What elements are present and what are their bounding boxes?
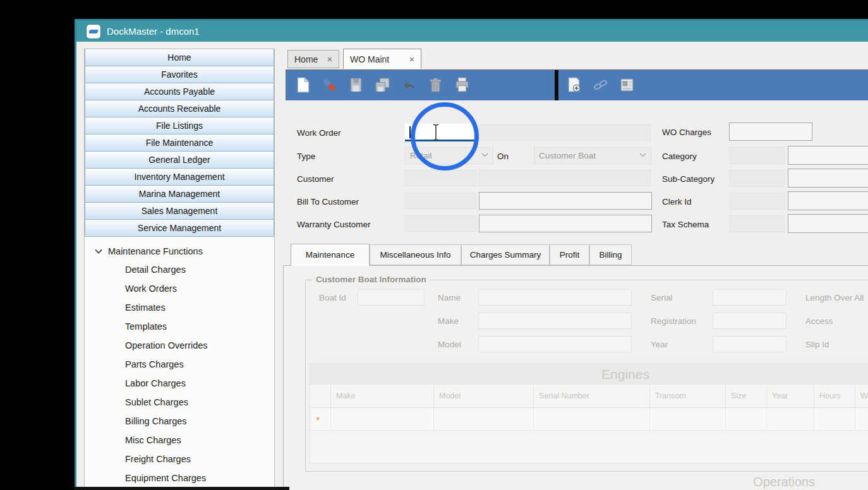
boat-registration-field bbox=[713, 313, 787, 329]
sidebar-item-accounts-payable[interactable]: Accounts Payable bbox=[85, 83, 274, 100]
tab-wo-maint[interactable]: WO Maint × bbox=[343, 49, 421, 69]
boat-make-label: Make bbox=[438, 316, 459, 326]
add-document-icon[interactable] bbox=[566, 77, 582, 93]
tax-schema-label: Tax Schema bbox=[662, 220, 709, 229]
boat-serial-label: Serial bbox=[651, 293, 673, 302]
row-selector-column bbox=[310, 385, 330, 407]
new-document-icon[interactable] bbox=[295, 77, 311, 93]
save-icon[interactable] bbox=[348, 77, 364, 93]
boat-name-label: Name bbox=[438, 293, 461, 302]
engines-grid: Engines Make Model Serial Number Transom… bbox=[310, 363, 868, 463]
title-bar: DockMaster - dmcon1 bbox=[76, 21, 868, 42]
on-dropdown[interactable]: Customer Boat bbox=[534, 147, 651, 164]
tab-home[interactable]: Home × bbox=[287, 50, 339, 68]
tree-item-sublet-charges[interactable]: Sublet Charges bbox=[85, 393, 274, 412]
on-label: On bbox=[497, 152, 509, 161]
sidebar-item-sales-management[interactable]: Sales Management bbox=[85, 202, 274, 220]
link-icon bbox=[593, 77, 608, 93]
access-label: Access bbox=[805, 316, 833, 326]
boat-model-label: Model bbox=[438, 340, 461, 349]
click-highlight-circle bbox=[411, 102, 479, 170]
screen: DockMaster - dmcon1 Home Favorites Accou… bbox=[0, 0, 868, 490]
warranty-id-field bbox=[405, 215, 476, 232]
tree-item-detail-charges[interactable]: Detail Charges bbox=[85, 260, 274, 279]
type-label: Type bbox=[297, 152, 315, 161]
tree-item-freight-charges[interactable]: Freight Charges bbox=[85, 450, 274, 469]
close-icon[interactable]: × bbox=[409, 54, 414, 64]
clerk-id-description-field bbox=[788, 191, 868, 210]
sidebar-item-home[interactable]: Home bbox=[85, 49, 274, 66]
tree-item-work-orders[interactable]: Work Orders bbox=[85, 279, 274, 298]
boat-registration-label: Registration bbox=[651, 316, 696, 326]
category-description-field bbox=[788, 146, 868, 165]
slip-id-label: Slip Id bbox=[805, 340, 829, 349]
wo-charges-field bbox=[729, 122, 812, 141]
eraser-icon[interactable] bbox=[322, 77, 337, 93]
tab-profit[interactable]: Profit bbox=[550, 244, 589, 265]
warranty-name-field bbox=[479, 215, 652, 232]
close-icon[interactable]: × bbox=[327, 54, 332, 64]
tax-schema-description-field bbox=[788, 214, 868, 233]
customer-boat-information-title: Customer Boat Information bbox=[313, 275, 430, 284]
sidebar-item-marina-management[interactable]: Marina Management bbox=[85, 185, 274, 203]
tree-item-estimates[interactable]: Estimates bbox=[85, 298, 274, 317]
tree-item-templates[interactable]: Templates bbox=[85, 317, 274, 336]
column-serial-number: Serial Number bbox=[533, 385, 649, 407]
column-make: Make bbox=[330, 385, 433, 407]
boat-serial-field bbox=[713, 289, 787, 306]
clerk-id-label: Clerk Id bbox=[662, 197, 692, 206]
sidebar-item-accounts-receivable[interactable]: Accounts Receivable bbox=[85, 100, 274, 117]
tree-item-operation-overrides[interactable]: Operation Overrides bbox=[85, 336, 274, 355]
sidebar-item-file-listings[interactable]: File Listings bbox=[85, 117, 274, 134]
clerk-id-field bbox=[729, 193, 785, 210]
category-label: Category bbox=[662, 152, 697, 161]
work-order-label: Work Order bbox=[297, 128, 341, 138]
undo-icon[interactable] bbox=[401, 77, 417, 93]
tree-item-labor-charges[interactable]: Labor Charges bbox=[85, 374, 274, 393]
boat-name-field bbox=[478, 289, 632, 306]
boat-year-field bbox=[713, 336, 787, 352]
sub-category-label: Sub-Category bbox=[662, 174, 714, 184]
tree-item-equipment-charges[interactable]: Equipment Charges bbox=[85, 469, 274, 487]
toolbar-separator bbox=[555, 70, 558, 100]
boat-make-field bbox=[478, 313, 632, 329]
browse-icon[interactable] bbox=[619, 77, 635, 93]
column-year: Year bbox=[766, 385, 814, 407]
tree-node-maintenance-functions[interactable]: Maintenance Functions bbox=[85, 242, 274, 260]
boat-model-field bbox=[478, 336, 632, 352]
customer-name-field bbox=[479, 170, 651, 186]
customer-label: Customer bbox=[297, 174, 334, 184]
tab-miscellaneous-info[interactable]: Miscellaneous Info bbox=[370, 244, 461, 265]
customer-id-field bbox=[405, 170, 476, 186]
print-icon[interactable] bbox=[454, 77, 470, 93]
app-window: DockMaster - dmcon1 Home Favorites Accou… bbox=[75, 19, 868, 490]
sub-category-field bbox=[729, 170, 785, 187]
engines-header-row: Make Model Serial Number Transom Size Ye… bbox=[310, 385, 868, 408]
length-over-all-label: Length Over All bbox=[805, 293, 864, 302]
chevron-down-icon bbox=[639, 153, 646, 157]
chevron-down-icon bbox=[481, 153, 488, 157]
operations-title: Operations bbox=[670, 475, 868, 489]
bill-to-id-field bbox=[405, 193, 476, 209]
tab-billing[interactable]: Billing bbox=[589, 244, 632, 265]
column-model: Model bbox=[433, 385, 533, 407]
sidebar-item-favorites[interactable]: Favorites bbox=[85, 66, 274, 83]
sidebar-item-file-maintenance[interactable]: File Maintenance bbox=[85, 134, 274, 152]
tab-maintenance[interactable]: Maintenance bbox=[291, 244, 370, 266]
tax-schema-field bbox=[729, 215, 785, 232]
engines-title: Engines bbox=[310, 364, 868, 385]
work-order-description-field bbox=[479, 124, 651, 141]
tab-charges-summary[interactable]: Charges Summary bbox=[461, 244, 550, 265]
sidebar-item-general-ledger[interactable]: General Ledger bbox=[85, 151, 274, 169]
sidebar-item-inventory-management[interactable]: Inventory Management bbox=[85, 168, 274, 186]
text-cursor-icon bbox=[432, 124, 440, 141]
save-all-icon[interactable] bbox=[375, 77, 390, 93]
sidebar-item-service-management[interactable]: Service Management bbox=[85, 219, 274, 237]
tree-item-misc-charges[interactable]: Misc Charges bbox=[85, 431, 274, 450]
tree-item-parts-charges[interactable]: Parts Charges bbox=[85, 355, 274, 374]
letterbox-left bbox=[0, 0, 75, 490]
bill-to-name-field bbox=[479, 192, 652, 210]
column-transom: Transom bbox=[649, 385, 725, 407]
tree-item-billing-charges[interactable]: Billing Charges bbox=[85, 412, 274, 431]
delete-icon[interactable] bbox=[428, 77, 443, 93]
